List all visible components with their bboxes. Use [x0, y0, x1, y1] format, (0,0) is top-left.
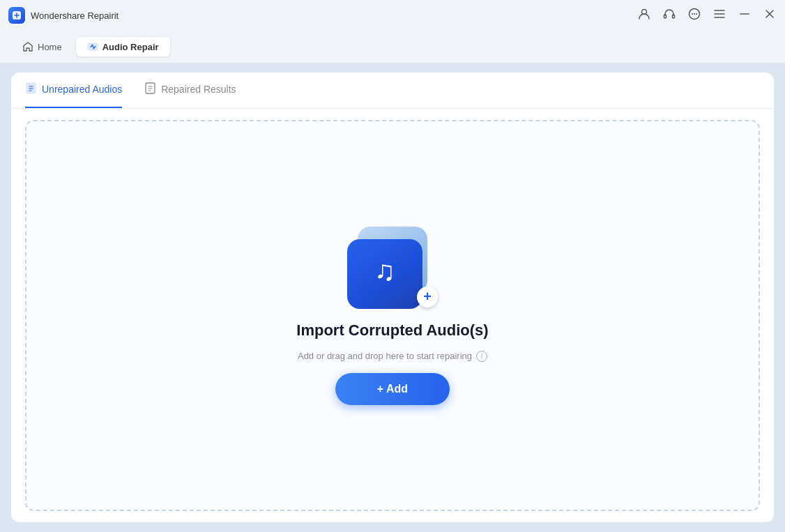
drop-zone[interactable]: ♫ + Import Corrupted Audio(s) Add or dra…: [25, 120, 760, 511]
svg-point-5: [692, 13, 693, 15]
app-icon: [8, 7, 25, 24]
music-icon-front: ♫: [347, 239, 422, 309]
close-icon[interactable]: [763, 7, 777, 24]
unrepaired-tab-label: Unrepaired Audios: [42, 84, 122, 95]
tab-repaired-results[interactable]: Repaired Results: [144, 73, 236, 108]
home-nav-button[interactable]: Home: [11, 37, 73, 56]
home-label: Home: [38, 42, 62, 52]
main-content: Unrepaired Audios Repaired Results ♫: [0, 63, 785, 532]
plus-symbol: +: [423, 289, 432, 303]
menu-icon[interactable]: [712, 7, 726, 24]
title-bar-controls: [637, 7, 777, 24]
import-subtitle: Add or drag and drop here to start repai…: [298, 351, 487, 362]
svg-point-7: [696, 13, 697, 15]
app-title: Wondershare Repairit: [31, 10, 119, 21]
person-icon[interactable]: [637, 7, 651, 24]
repaired-tab-icon: [144, 82, 156, 96]
minimize-icon[interactable]: [738, 7, 752, 24]
title-bar-left: Wondershare Repairit: [8, 7, 119, 24]
audio-repair-label: Audio Repair: [102, 42, 159, 52]
svg-rect-2: [664, 15, 666, 18]
unrepaired-tab-icon: [25, 82, 37, 96]
tab-unrepaired-audios[interactable]: Unrepaired Audios: [25, 73, 122, 108]
add-button-label: + Add: [377, 383, 408, 395]
title-bar: Wondershare Repairit: [0, 0, 785, 31]
add-button[interactable]: + Add: [335, 373, 450, 405]
audio-repair-nav-button[interactable]: Audio Repair: [76, 37, 170, 56]
import-title: Import Corrupted Audio(s): [296, 321, 488, 340]
svg-rect-3: [673, 15, 675, 18]
import-subtitle-text: Add or drag and drop here to start repai…: [298, 351, 472, 361]
info-icon[interactable]: i: [476, 351, 487, 362]
svg-point-6: [694, 13, 695, 15]
headphones-icon[interactable]: [662, 7, 676, 24]
chat-icon[interactable]: [687, 7, 701, 24]
nav-bar: Home Audio Repair: [0, 31, 785, 63]
music-icon-container: ♫ +: [347, 227, 438, 310]
content-card: Unrepaired Audios Repaired Results ♫: [11, 73, 774, 522]
tabs-container: Unrepaired Audios Repaired Results: [11, 73, 774, 109]
plus-badge: +: [417, 287, 438, 307]
music-note-icon: ♫: [374, 255, 395, 287]
repaired-tab-label: Repaired Results: [161, 84, 236, 95]
